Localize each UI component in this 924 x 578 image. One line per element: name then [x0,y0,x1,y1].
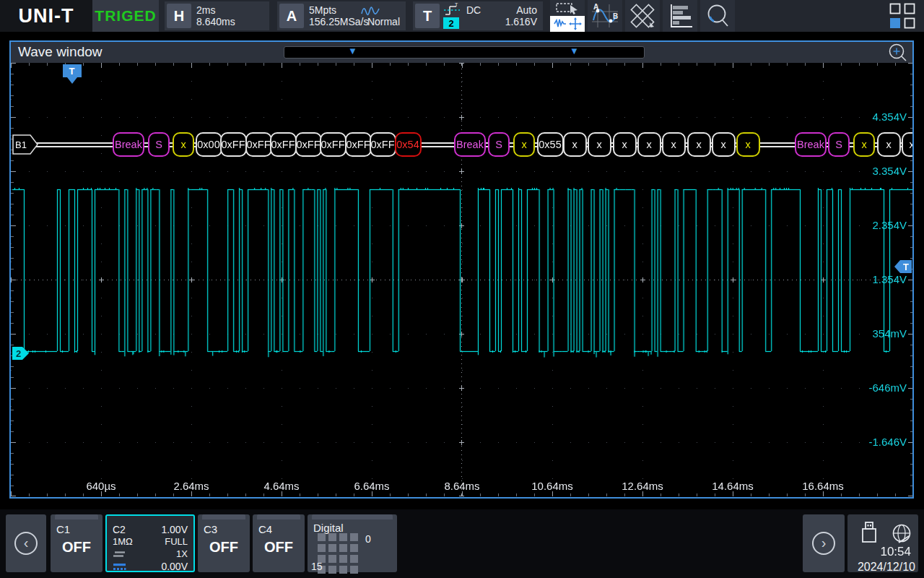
usb-icon [859,520,879,545]
voltage-label: 3.354V [872,165,907,177]
channel2-offset: 0.00V [161,561,188,572]
brand-logo: UNI-T [0,0,92,32]
chevron-right-icon: › [812,532,835,555]
wave-tools-button [550,0,585,32]
select-zone-button[interactable] [550,0,585,16]
trigger-level-value: 1.616V [505,16,537,27]
acquire-waveform-icon [361,5,380,17]
waveform-plot[interactable]: BreakSx0x000xFF0xFF0xFF0xFF0xFF0xFF0xFF0… [11,63,912,496]
time-label: 12.64ms [622,480,663,492]
digital-channel-cell [350,566,358,574]
voltage-label: 4.354V [872,111,907,123]
bus-decode-box: 0xFF [270,132,297,157]
trigger-settings-button[interactable]: T T 2 DC Auto 1.616V [413,1,543,30]
next-page-button[interactable]: › [803,514,845,572]
bus-decode-box: x [513,132,535,157]
channel4-button[interactable]: C4 OFF [253,514,305,572]
scroll-marker-icon[interactable]: ▼ [348,46,357,56]
channel2-button[interactable]: C2 1.00V 1MΩ FULL 1X [105,514,195,572]
voltage-label: 1.354V [872,273,907,285]
ab-cursor-icon: A B [590,3,619,29]
network-icon [891,522,912,544]
cursor-button[interactable]: A B [588,0,622,32]
grid-layout-icon [889,3,915,29]
trigger-position-marker[interactable]: T [63,64,82,85]
drag-wave-button[interactable] [550,16,585,32]
wave-scrollbar[interactable]: ▼ ▼ [284,46,645,59]
channel3-button[interactable]: C3 OFF [198,514,250,572]
bus-decode-box: Break [454,132,486,157]
svg-text:B: B [613,12,618,20]
coupling-icon [113,550,127,558]
search-button[interactable] [700,0,735,32]
trigger-key-tile: T [415,4,440,28]
bus-decode-box: 0xFF [320,132,346,157]
bus-decode-box: x [662,132,686,157]
page-title: Wave window [18,44,103,60]
channel2-zero-marker[interactable]: 2 [12,346,30,361]
channel2-probe: 1X [176,548,188,559]
system-status-panel[interactable]: 10:54 2024/12/10 [847,514,918,572]
horizontal-key-tile: H [167,4,191,28]
bus-decode-box: Break [795,132,827,157]
trigger-coupling-value: DC [466,4,481,16]
trigger-level-marker[interactable]: T [894,259,912,274]
channel4-state: OFF [253,539,305,556]
digital-grid [318,533,358,574]
svg-text:T: T [69,66,75,77]
bus-decode-box: 0x54 [395,132,422,157]
digital-first-channel: 0 [365,533,371,545]
acquire-settings-button[interactable]: A 5Mpts 156.25MSa/s Normal [277,1,406,30]
bus-decode-box: S [488,132,510,157]
loupe-icon [703,2,732,30]
digital-channel-cell [350,533,358,541]
zoom-button[interactable] [888,43,908,63]
measure-button[interactable] [625,0,660,32]
digital-last-channel: 15 [311,561,323,572]
digital-channel-cell [350,555,358,563]
svg-text:B1: B1 [15,139,27,150]
bus-decode-box: 0xFF [295,132,322,157]
horizontal-settings-button[interactable]: H 2ms 8.640ms [165,1,269,30]
trigger-source-tile: 2 [443,17,459,29]
horizontal-delay-value: 8.640ms [196,16,235,27]
bus-decode-box: 0xFF [345,132,372,157]
digital-channel-cell [339,566,347,574]
bus-label-tag[interactable]: B1 [12,134,40,155]
digital-channel-cell [318,533,326,541]
time-label: 640µs [86,480,116,492]
statistics-button[interactable] [663,0,697,32]
scroll-marker-icon[interactable]: ▼ [570,46,579,56]
voltage-label: -1.646V [868,436,907,448]
bus-decode-box: x [736,132,760,157]
sample-rate-value: 156.25MSa/s [309,16,369,27]
channel3-state: OFF [198,539,250,556]
trigger-status-badge: TRIGED [92,0,159,32]
digital-channel-cell [339,544,347,552]
digital-label: Digital [313,522,344,534]
svg-text:2: 2 [16,348,21,359]
channel4-name: C4 [258,523,272,535]
digital-channel-cell [328,533,336,541]
prev-page-button[interactable]: ‹ [6,514,46,572]
acquire-key-tile: A [279,4,304,28]
bus-decode-box: 0x00 [196,132,222,157]
digital-button[interactable]: Digital 0 15 [308,514,397,572]
selection-icon [554,1,580,15]
oscilloscope-screen: UNI-T TRIGED H 2ms 8.640ms A 5Mpts 156.2… [0,0,924,578]
digital-channel-cell [318,544,326,552]
display-layout-button[interactable] [885,0,920,32]
magnifier-plus-icon [888,43,908,63]
time-label: 14.64ms [712,480,754,492]
trigger-edge-icon: T [443,3,461,17]
digital-channel-cell [328,555,336,563]
channel2-name: C2 [113,524,126,535]
time-label: 8.64ms [444,480,479,492]
histogram-icon [666,3,694,29]
bus-decode-box: x [173,132,194,157]
waveform-canvas[interactable] [11,63,912,496]
channel1-button[interactable]: C1 OFF [51,514,103,572]
wave-window: Wave window ▼ ▼ BreakSx0x000xFF0xFF0xFF0… [9,40,914,499]
bus-decode-box: S [148,132,170,157]
clock-date: 2024/12/10 [858,561,915,574]
